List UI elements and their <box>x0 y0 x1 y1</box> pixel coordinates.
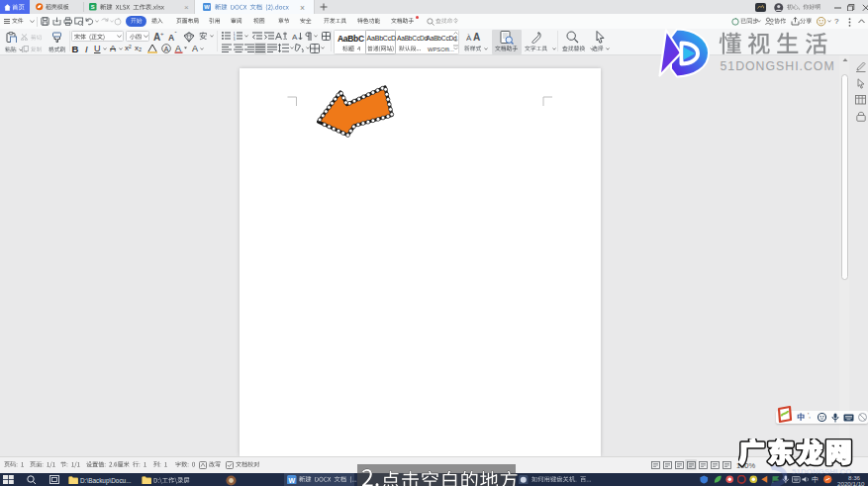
svg-text:3: 3 <box>234 38 236 41</box>
svg-text:中: 中 <box>812 475 819 484</box>
svg-text:W: W <box>204 4 210 10</box>
svg-text:W: W <box>288 476 295 483</box>
svg-text:A: A <box>292 33 298 42</box>
svg-text:A: A <box>164 45 169 51</box>
svg-text:À: À <box>466 34 472 43</box>
svg-text:S: S <box>91 4 95 10</box>
svg-text:A: A <box>473 32 480 43</box>
